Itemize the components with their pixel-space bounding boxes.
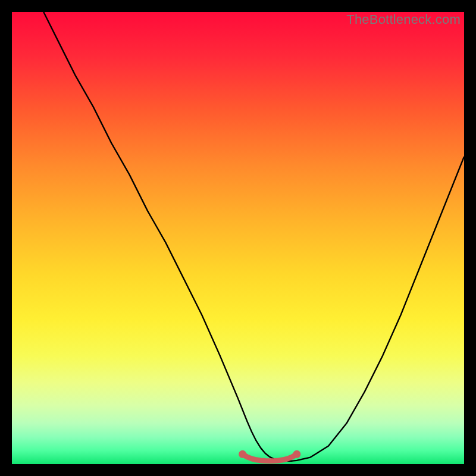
floor-marker-endpoint [239,450,246,458]
floor-marker-endpoint [293,450,300,458]
watermark-text: TheBottleneck.com [346,12,461,27]
main-curve [43,12,464,461]
chart-frame: TheBottleneck.com [12,12,464,464]
chart-svg [12,12,464,464]
